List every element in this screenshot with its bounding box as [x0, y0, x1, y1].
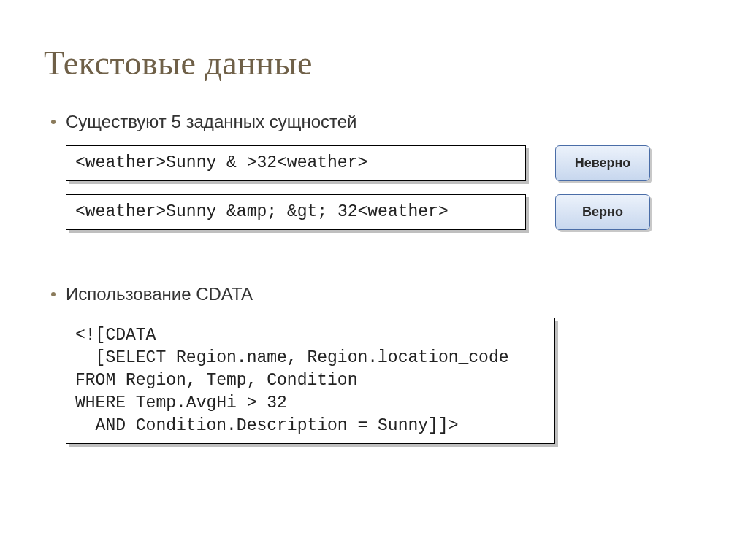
bullet-cdata-text: Использование CDATA [66, 284, 253, 304]
example-row-wrong: <weather>Sunny & >32<weather> Неверно [66, 145, 704, 181]
code-wrong: <weather>Sunny & >32<weather> [66, 145, 526, 181]
bullet-entities-text: Существуют 5 заданных сущностей [66, 112, 356, 132]
badge-right: Верно [555, 194, 650, 230]
page-title: Текстовые данные [44, 44, 704, 83]
cdata-block: <![CDATA [SELECT Region.name, Region.loc… [66, 318, 555, 444]
code-right-seg-a: <weather>Sunny [75, 202, 226, 221]
badge-wrong: Неверно [555, 145, 650, 181]
bullet-dot-icon [51, 120, 56, 124]
entity-amp: &amp; [226, 202, 277, 223]
code-right-seg-b [277, 202, 287, 221]
example-row-right: <weather>Sunny &amp; &gt; 32<weather> Ве… [66, 194, 704, 230]
bullet-dot-icon [51, 292, 56, 296]
code-right: <weather>Sunny &amp; &gt; 32<weather> [66, 194, 526, 230]
entity-gt: &gt; [287, 202, 327, 223]
bullet-cdata: Использование CDATA [51, 284, 704, 304]
slide: Текстовые данные Существуют 5 заданных с… [0, 0, 748, 473]
bullet-entities: Существуют 5 заданных сущностей [51, 112, 704, 132]
code-right-seg-c: 32<weather> [327, 202, 449, 221]
